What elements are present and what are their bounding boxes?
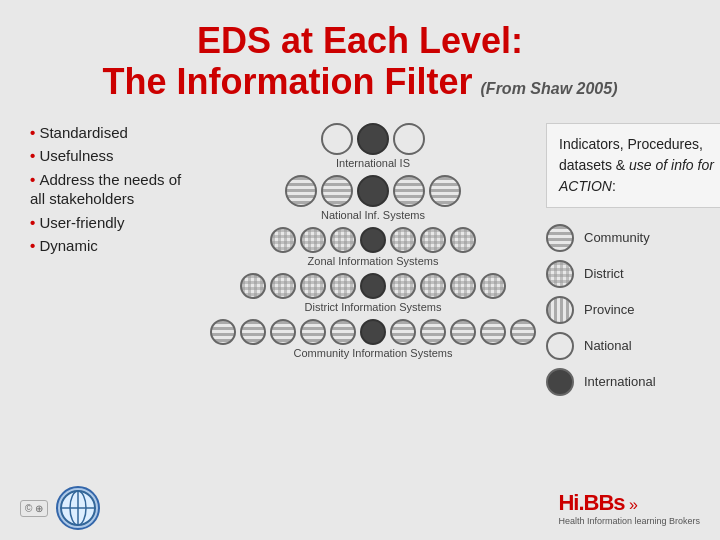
circle [393,123,425,155]
circle [390,319,416,345]
title-line1: EDS at Each Level: [30,20,690,61]
content-area: Standardised Usefulness Address the need… [30,123,690,396]
legend-list: Community District Province National Int… [546,224,720,396]
hibbs-text: Hi.BBs » Health Information learning Bro… [558,490,700,527]
circle [450,273,476,299]
circle [429,175,461,207]
bullet-4: User-friendly [30,213,200,233]
legend-community: Community [546,224,720,252]
indicators-text-end: : [612,178,616,194]
legend-label-international: International [584,374,656,389]
legend-circle-community [546,224,574,252]
slide: EDS at Each Level: The Information Filte… [0,0,720,540]
label-district: District Information Systems [305,301,442,313]
title-area: EDS at Each Level: The Information Filte… [30,20,690,103]
circle [300,319,326,345]
title-line2: The Information Filter [103,61,473,102]
circle [240,273,266,299]
circle [360,227,386,253]
circle [357,175,389,207]
bullet-list: Standardised Usefulness Address the need… [30,123,200,256]
logo-left: © ⊕ [20,486,100,530]
circle [420,273,446,299]
circle [240,319,266,345]
circle [321,175,353,207]
legend-province: Province [546,296,720,324]
hibbs-logo-area: Hi.BBs » Health Information learning Bro… [558,490,700,527]
circle [285,175,317,207]
circle [360,273,386,299]
circle [480,319,506,345]
legend-label-national: National [584,338,632,353]
circle [390,227,416,253]
bullet-3: Address the needs of all stakeholders [30,170,200,209]
circles-community [210,319,536,345]
circles-district [240,273,506,299]
legend-district: District [546,260,720,288]
level-community: Community Information Systems [210,319,536,359]
circles-international [321,123,425,155]
level-national: National Inf. Systems [285,175,461,221]
cc-badge: © ⊕ [20,500,48,517]
circle [393,175,425,207]
source-text: (From Shaw 2005) [481,80,618,98]
circle [510,319,536,345]
legend-circle-province [546,296,574,324]
circles-zonal [270,227,476,253]
circle [357,123,389,155]
legend-label-district: District [584,266,624,281]
legend-international: International [546,368,720,396]
label-zonal: Zonal Information Systems [308,255,439,267]
legend-label-province: Province [584,302,635,317]
level-international: International IS [321,123,425,169]
legend-circle-national [546,332,574,360]
bottom-bar: © ⊕ Hi.BBs » Health Information learning… [20,486,700,530]
title-line2-row: The Information Filter (From Shaw 2005) [30,61,690,102]
label-international: International IS [336,157,410,169]
hibbs-arrows: » [629,496,638,513]
hibbs-name: Hi.BBs [558,490,624,515]
bullet-1: Standardised [30,123,200,143]
right-panel: Indicators, Procedures, datasets & use o… [546,123,720,396]
circle [210,319,236,345]
circle [390,273,416,299]
circle [330,273,356,299]
circle [420,319,446,345]
circle [450,319,476,345]
label-national: National Inf. Systems [321,209,425,221]
legend-circle-district [546,260,574,288]
legend-circle-international [546,368,574,396]
legend-national: National [546,332,720,360]
circle [420,227,446,253]
circle [330,227,356,253]
bullet-2: Usefulness [30,146,200,166]
logo-circle [56,486,100,530]
level-district: District Information Systems [240,273,506,313]
center-panel: International IS National Inf. Systems [210,123,536,361]
circle [360,319,386,345]
main-title: EDS at Each Level: The Information Filte… [30,20,690,103]
circle [480,273,506,299]
left-panel: Standardised Usefulness Address the need… [30,123,200,260]
bullet-5: Dynamic [30,236,200,256]
legend-label-community: Community [584,230,650,245]
circle [300,273,326,299]
hibbs-subtitle: Health Information learning Brokers [558,516,700,527]
circle [450,227,476,253]
circle [300,227,326,253]
circles-national [285,175,461,207]
circle [270,319,296,345]
label-community: Community Information Systems [294,347,453,359]
indicators-box: Indicators, Procedures, datasets & use o… [546,123,720,208]
circle [270,273,296,299]
circle [330,319,356,345]
level-zonal: Zonal Information Systems [270,227,476,267]
circle [270,227,296,253]
circle [321,123,353,155]
